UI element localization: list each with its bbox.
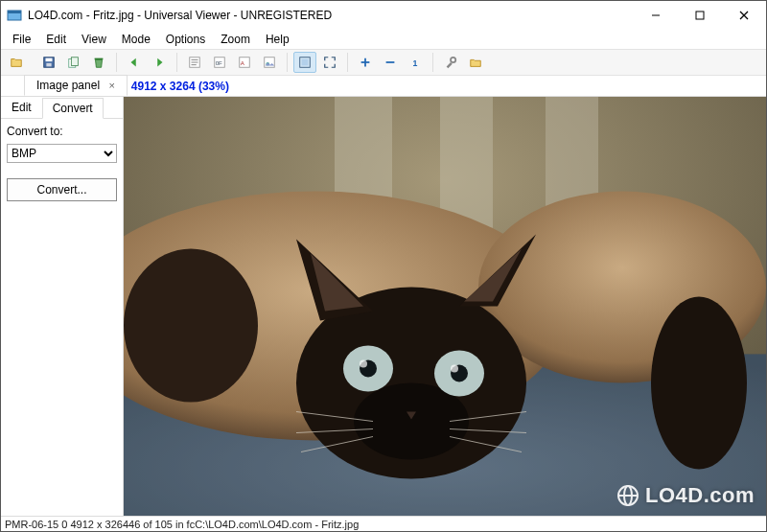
svg-point-44 bbox=[360, 360, 367, 368]
image-viewport[interactable]: LO4D.com bbox=[124, 97, 766, 516]
side-tab-convert[interactable]: Convert bbox=[42, 98, 104, 119]
svg-rect-3 bbox=[696, 12, 704, 19]
close-button[interactable] bbox=[722, 1, 766, 30]
side-tab-edit[interactable]: Edit bbox=[1, 97, 42, 118]
toolbar-separator bbox=[347, 53, 348, 72]
maximize-button[interactable] bbox=[678, 1, 722, 30]
svg-rect-7 bbox=[46, 58, 53, 62]
toolbar-separator bbox=[116, 53, 117, 72]
fit-window-icon[interactable] bbox=[293, 52, 316, 73]
nav-next-icon[interactable] bbox=[148, 52, 171, 73]
menu-mode[interactable]: Mode bbox=[114, 31, 158, 48]
content-area: Edit Convert Convert to: BMP Convert... bbox=[1, 97, 766, 516]
tab-close-icon[interactable]: × bbox=[108, 80, 114, 91]
tab-image-panel[interactable]: Image panel × bbox=[24, 75, 128, 96]
svg-rect-8 bbox=[46, 63, 51, 67]
tools-icon[interactable] bbox=[439, 52, 462, 73]
toolbar-separator bbox=[432, 53, 433, 72]
convert-button[interactable]: Convert... bbox=[7, 178, 117, 201]
copy-icon[interactable] bbox=[62, 52, 85, 73]
svg-point-45 bbox=[451, 365, 458, 373]
svg-rect-11 bbox=[95, 58, 104, 60]
view-rtf-icon[interactable]: A bbox=[233, 52, 256, 73]
fullscreen-icon[interactable] bbox=[318, 52, 341, 73]
menu-file[interactable]: File bbox=[5, 31, 38, 48]
svg-rect-20 bbox=[265, 58, 275, 68]
view-media-icon[interactable] bbox=[258, 52, 281, 73]
status-text: PMR-06-15 0 4912 x 326446 of 105 in fcC:… bbox=[5, 519, 359, 530]
convert-to-label: Convert to: bbox=[7, 125, 117, 138]
app-icon bbox=[7, 8, 22, 23]
svg-point-52 bbox=[651, 297, 747, 470]
save-icon[interactable] bbox=[37, 52, 60, 73]
titlebar: LO4D.com - Fritz.jpg - Universal Viewer … bbox=[1, 1, 766, 30]
image-size-readout: 4912 x 3264 (33%) bbox=[128, 80, 229, 93]
nav-prev-icon[interactable] bbox=[123, 52, 146, 73]
view-hex-icon[interactable]: 0F bbox=[208, 52, 231, 73]
svg-text:1: 1 bbox=[412, 58, 417, 68]
statusbar: PMR-06-15 0 4912 x 326446 of 105 in fcC:… bbox=[1, 516, 766, 531]
window-title: LO4D.com - Fritz.jpg - Universal Viewer … bbox=[28, 9, 332, 22]
menu-view[interactable]: View bbox=[74, 31, 114, 48]
displayed-image bbox=[124, 97, 766, 516]
tabrow: Image panel × 4912 x 3264 (33%) bbox=[1, 76, 766, 97]
svg-point-28 bbox=[451, 58, 455, 62]
menu-help[interactable]: Help bbox=[258, 31, 297, 48]
svg-point-37 bbox=[124, 249, 258, 403]
svg-text:0F: 0F bbox=[216, 59, 222, 66]
menubar: File Edit View Mode Options Zoom Help bbox=[1, 30, 766, 49]
side-tabs: Edit Convert bbox=[1, 97, 123, 119]
svg-rect-10 bbox=[71, 58, 78, 66]
zoom-100-icon[interactable]: 1 bbox=[404, 52, 427, 73]
open-icon[interactable] bbox=[5, 52, 28, 73]
menu-zoom[interactable]: Zoom bbox=[213, 31, 258, 48]
side-panel: Edit Convert Convert to: BMP Convert... bbox=[1, 97, 124, 516]
tab-label: Image panel bbox=[36, 79, 100, 92]
convert-format-select[interactable]: BMP bbox=[7, 144, 117, 163]
toolbar: 0F A 1 bbox=[1, 49, 766, 76]
zoom-out-icon[interactable] bbox=[379, 52, 402, 73]
menu-options[interactable]: Options bbox=[158, 31, 213, 48]
window-controls bbox=[634, 1, 766, 30]
recent-icon[interactable] bbox=[464, 52, 487, 73]
view-text-icon[interactable] bbox=[183, 52, 206, 73]
toolbar-separator bbox=[176, 53, 177, 72]
svg-rect-23 bbox=[302, 59, 309, 66]
zoom-in-icon[interactable] bbox=[354, 52, 377, 73]
minimize-button[interactable] bbox=[634, 1, 678, 30]
svg-rect-1 bbox=[8, 11, 21, 13]
delete-icon[interactable] bbox=[87, 52, 110, 73]
app-window: LO4D.com - Fritz.jpg - Universal Viewer … bbox=[0, 0, 767, 532]
titlebar-left: LO4D.com - Fritz.jpg - Universal Viewer … bbox=[7, 8, 332, 23]
menu-edit[interactable]: Edit bbox=[38, 31, 74, 48]
toolbar-separator bbox=[287, 53, 288, 72]
side-panel-body: Convert to: BMP Convert... bbox=[1, 119, 123, 207]
